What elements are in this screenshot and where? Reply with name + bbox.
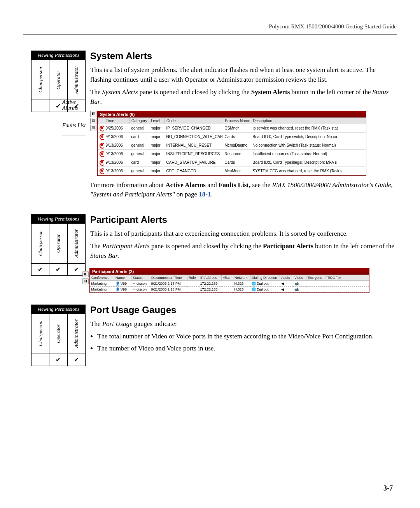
col-level[interactable]: Level (149, 117, 165, 124)
table-row[interactable]: 9/13/2006cardmajorCARD_STARTUP_FAILURECa… (98, 158, 366, 166)
vp-check-operator: ✔ (49, 354, 67, 366)
heading-system-alerts: System Alerts (90, 51, 397, 61)
viewing-permissions-port-usage: Viewing Permissions Chairperson Operator… (31, 305, 86, 366)
doc-header: Polycom RMX 1500/2000/4000 Getting Start… (23, 23, 397, 30)
col-code[interactable]: Code (165, 117, 223, 124)
participant-alerts-p1: This is a list of participants that are … (90, 229, 397, 239)
col-description[interactable]: Description (251, 117, 366, 124)
heading-participant-alerts: Participant Alerts (90, 214, 397, 225)
participant-alerts-table: Conference Name Status Disconnection Tim… (90, 275, 369, 293)
vp-role-administrator: Administrator (67, 314, 85, 354)
vp-check-chair (32, 100, 49, 112)
system-alerts-p2: The System Alerts pane is opened and clo… (90, 88, 397, 107)
participant-alerts-pane-title: Participant Alerts (2) (90, 268, 369, 275)
vp-role-chairperson: Chairperson (32, 223, 49, 263)
port-usage-bullets: The total number of Video or Voice ports… (97, 332, 397, 353)
vp-title: Viewing Permissions (32, 305, 86, 314)
vp-role-administrator: Administrator (67, 223, 85, 263)
bullet-total-ports: The total number of Video or Voice ports… (97, 332, 397, 342)
vp-role-chairperson: Chairperson (32, 60, 49, 100)
side-btn-icon[interactable]: ▥ (90, 125, 96, 131)
pane-side-buttons: ◧ ▤ ▥ (90, 111, 96, 131)
viewing-permissions-participant-alerts: Viewing Permissions Chairperson Operator… (31, 214, 86, 276)
system-alerts-ref: For more information about Active Alarms… (90, 180, 397, 200)
table-row[interactable]: 9/13/2006generalmajorCFG_CHANGEDMcuMngrS… (98, 166, 366, 175)
alert-icon (100, 134, 104, 140)
system-alerts-p1: This is a list of system problems. The a… (90, 65, 397, 84)
alert-icon (100, 151, 104, 157)
system-alerts-table: Time Category Level Code Process Name De… (98, 117, 366, 175)
col-process[interactable]: Process Name (223, 117, 251, 124)
participant-alerts-p2: The Participant Alerts pane is opened an… (90, 242, 397, 261)
callout-active-alarms: Active Alarms (62, 99, 89, 111)
table-row[interactable]: 9/13/2006generalmajorINSUFFICIENT_RESOUR… (98, 149, 366, 158)
callout-faults-list: Faults List (62, 123, 86, 128)
table-row[interactable]: Marketing👤 V96⇔ discon9/21/2006 2:18 PM1… (90, 286, 369, 292)
vp-check-chair (32, 354, 49, 366)
table-row[interactable]: 9/25/2006generalmajorIP_SERVICE_CHANGEDC… (98, 124, 366, 132)
pane-side-buttons: ◧ ◨ (82, 271, 89, 284)
table-header-row: Conference Name Status Disconnection Tim… (90, 275, 369, 280)
header-rule (23, 34, 397, 35)
table-row[interactable]: Marketing👤 V99⇔ discon9/21/2006 2:18 PM1… (90, 280, 369, 286)
vp-check-admin: ✔ (67, 354, 85, 366)
side-btn-icon[interactable]: ◨ (82, 278, 89, 284)
vp-role-operator: Operator (49, 223, 67, 263)
system-alerts-pane: System Alerts (6) Time Category Level Co… (97, 111, 366, 176)
vp-role-chairperson: Chairperson (32, 314, 49, 354)
heading-port-usage: Port Usage Gauges (90, 305, 397, 315)
table-row[interactable]: 9/13/2006generalmajorINTERNAL_MCU_RESETM… (98, 141, 366, 149)
alert-icon (100, 143, 104, 149)
alert-icon (100, 168, 104, 174)
side-btn-icon[interactable]: ◧ (82, 271, 89, 277)
alert-icon (100, 126, 104, 131)
bullet-ports-inuse: The number of Video and Voice ports in u… (97, 344, 397, 354)
side-btn-icon[interactable]: ◧ (90, 111, 96, 117)
vp-check-chair: ✔ (32, 263, 49, 275)
vp-title: Viewing Permissions (32, 214, 86, 223)
alert-icon (100, 160, 104, 166)
col-category[interactable]: Category (130, 117, 149, 124)
system-alerts-pane-title: System Alerts (6) (98, 111, 366, 117)
col-time[interactable]: Time (104, 117, 130, 124)
table-header-row: Time Category Level Code Process Name De… (98, 117, 366, 124)
vp-check-operator: ✔ (49, 263, 67, 275)
port-usage-p1: The Port Usage gauges indicate: (90, 319, 397, 329)
vp-role-operator: Operator (49, 60, 67, 100)
vp-role-operator: Operator (49, 314, 67, 354)
side-btn-icon[interactable]: ▤ (90, 118, 96, 124)
participant-alerts-pane: Participant Alerts (2) Conference Name S… (89, 268, 369, 293)
table-row[interactable]: 9/13/2006cardmajorNO_CONNECTION_WITH_CAR… (98, 132, 366, 141)
page-number: 3-7 (383, 484, 393, 492)
vp-role-administrator: Administrator (67, 60, 85, 100)
vp-title: Viewing Permissions (32, 51, 86, 60)
